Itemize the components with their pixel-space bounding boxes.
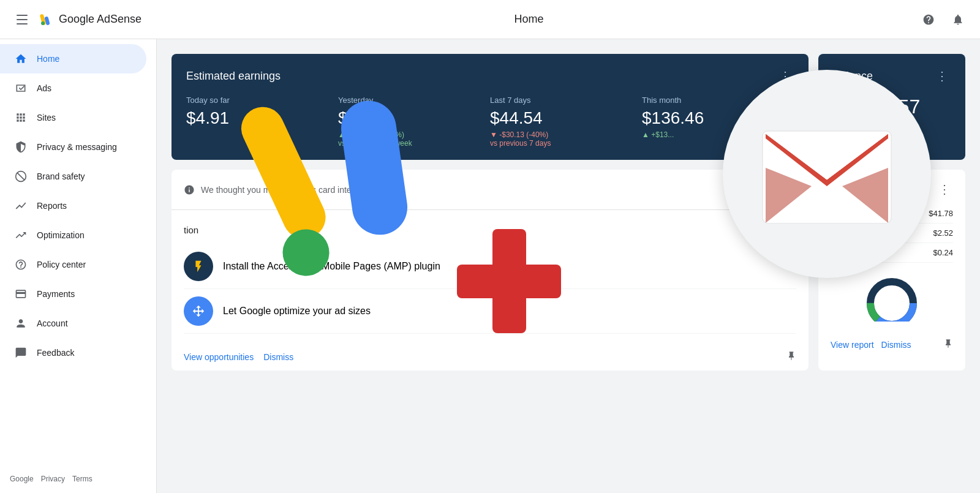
view-report-button[interactable]: View report (831, 339, 874, 351)
suggestion-header: We thought you might find this card inte… (172, 170, 809, 210)
sidebar-label-home: Home (37, 54, 59, 64)
last7-value: $44.54 (490, 108, 637, 128)
sidebar-item-policy-center[interactable]: Policy center (0, 250, 146, 279)
perf-value-0: $41.78 (929, 209, 953, 218)
suggestion-expand-button[interactable] (777, 179, 794, 200)
sidebar-item-ads[interactable]: Ads (0, 73, 146, 103)
last7-change-text: -$30.13 (-40%) (499, 130, 548, 139)
yesterday-value: $13.24 (338, 108, 485, 128)
last7-change: ▼ -$30.13 (-40%) vs previous 7 days (490, 130, 637, 148)
svg-point-2 (41, 21, 45, 25)
perf-value-2: $0.24 (933, 248, 953, 257)
brand-safety-icon (15, 170, 27, 183)
up-triangle2: ▲ (642, 130, 649, 139)
balance-last-payment-label: Last payment (833, 123, 951, 132)
account-icon (15, 317, 27, 329)
topbar: Google AdSense Home (0, 0, 980, 39)
yesterday-cell: Yesterday $13.24 ▲ +$11.44 (>500%) vs sa… (338, 96, 490, 148)
sidebar-label-feedback: Feedback (37, 348, 74, 358)
thismonth-change-text: +$13... (651, 130, 674, 139)
sidebar-label-reports: Reports (37, 201, 67, 211)
sidebar-item-sites[interactable]: Sites (0, 103, 146, 132)
sidebar-item-home[interactable]: Home (0, 44, 146, 73)
footer-terms-link[interactable]: Terms (72, 475, 92, 483)
help-icon (922, 13, 935, 26)
performance-dismiss-button[interactable]: Dismiss (881, 339, 911, 351)
today-label: Today so far (186, 96, 333, 105)
main-content: Estimated earnings ⋮ Today so far $4.91 … (157, 39, 980, 493)
sidebar-item-feedback[interactable]: Feedback (0, 338, 146, 367)
sidebar-item-payments[interactable]: Payments (0, 279, 146, 309)
sidebar-label-policy-center: Policy center (37, 260, 86, 269)
thismonth-change: ▲ +$13... (642, 130, 789, 139)
feedback-icon (15, 347, 27, 359)
footer-google-link[interactable]: Google (10, 475, 34, 483)
sidebar-item-optimization[interactable]: Optimization (0, 220, 146, 250)
suggestion-dismiss-button[interactable]: Dismiss (263, 352, 293, 362)
up-triangle: ▲ (338, 130, 345, 139)
reports-icon (15, 200, 27, 212)
suggestion-body: tion ⋮ Install the Accelerated Mobile Pa… (172, 210, 809, 344)
sidebar-footer: Google Privacy Terms (0, 470, 156, 488)
last7-sub-text: vs previous 7 days (490, 139, 551, 148)
performance-footer: View report Dismiss (818, 331, 965, 358)
pin-icon (786, 351, 796, 363)
thismonth-label: This month (642, 96, 789, 105)
sidebar-label-payments: Payments (37, 289, 75, 299)
yesterday-label: Yesterday (338, 96, 485, 105)
sidebar-item-brand-safety[interactable]: Brand safety (0, 162, 146, 191)
page-title: Home (141, 13, 916, 26)
sidebar-label-account: Account (37, 318, 68, 328)
logo-area: Google AdSense (37, 11, 141, 28)
view-opportunities-button[interactable]: View opportunities (184, 352, 254, 362)
earnings-title-text: Estimated earnings (186, 70, 281, 83)
notifications-button[interactable] (946, 7, 970, 32)
balance-value: $1,436.57 (833, 96, 951, 118)
balance-menu-button[interactable]: ⋮ (933, 66, 951, 86)
optimize-suggestion-text: Let Google optimize your ad sizes (223, 306, 371, 317)
earnings-menu-button[interactable]: ⋮ (777, 66, 794, 86)
suggestion-card: We thought you might find this card inte… (172, 170, 809, 371)
optimization-icon (15, 229, 27, 241)
earnings-card-title: Estimated earnings ⋮ (186, 66, 794, 86)
help-button[interactable] (916, 7, 941, 32)
sidebar-label-brand-safety: Brand safety (37, 171, 85, 181)
suggestion-dots-button[interactable]: ⋮ (779, 220, 796, 239)
today-cell: Today so far $4.91 (186, 96, 338, 148)
suggestion-item-amp: Install the Accelerated Mobile Pages (AM… (184, 244, 796, 289)
sidebar-item-reports[interactable]: Reports (0, 191, 146, 220)
performance-chart-area (818, 263, 965, 331)
suggestion-header-text: We thought you might find this card inte… (201, 185, 771, 195)
privacy-icon (15, 141, 27, 153)
perf-item-1: ... $2.52 (831, 224, 953, 243)
sidebar-item-account[interactable]: Account (0, 309, 146, 338)
bell-icon (952, 13, 964, 26)
thismonth-cell: This month $136.46 ▲ +$13... (642, 96, 794, 148)
footer-privacy-link[interactable]: Privacy (41, 475, 65, 483)
perf-item-0: ... $41.78 (831, 204, 953, 224)
balance-title-text: Balance (833, 70, 873, 83)
payments-icon (15, 288, 27, 300)
suggestion-item-optimize: Let Google optimize your ad sizes (184, 289, 796, 334)
performance-dots-button[interactable]: ⋮ (936, 179, 953, 199)
sidebar-item-privacy[interactable]: Privacy & messaging (0, 132, 146, 162)
amp-icon-circle (184, 252, 213, 281)
today-value: $4.91 (186, 108, 333, 128)
balance-last-payment-value: $0.00 (833, 132, 951, 141)
perf-value-1: $2.52 (933, 228, 953, 238)
balance-card: Balance ⋮ $1,436.57 Last payment $0.00 (818, 54, 965, 160)
performance-title: Performance (831, 184, 887, 195)
perf-label-1: ... (831, 228, 837, 238)
earnings-grid: Today so far $4.91 Yesterday $13.24 ▲ +$… (186, 96, 794, 148)
menu-button[interactable] (10, 7, 34, 32)
last7-cell: Last 7 days $44.54 ▼ -$30.13 (-40%) vs p… (490, 96, 642, 148)
yesterday-change: ▲ +$11.44 (>500%) vs same day last week (338, 130, 485, 148)
sites-icon (15, 111, 27, 124)
brand-name: Google AdSense (59, 13, 141, 26)
info-circle-icon (184, 184, 195, 195)
performance-card: Performance ⋮ ... $41.78 ... $2.52 ...M … (818, 170, 965, 371)
sidebar: Home Ads Sites Privacy & messaging (0, 39, 157, 493)
resize-icon (192, 304, 205, 318)
sidebar-label-sites: Sites (37, 113, 56, 122)
thismonth-value: $136.46 (642, 108, 789, 128)
